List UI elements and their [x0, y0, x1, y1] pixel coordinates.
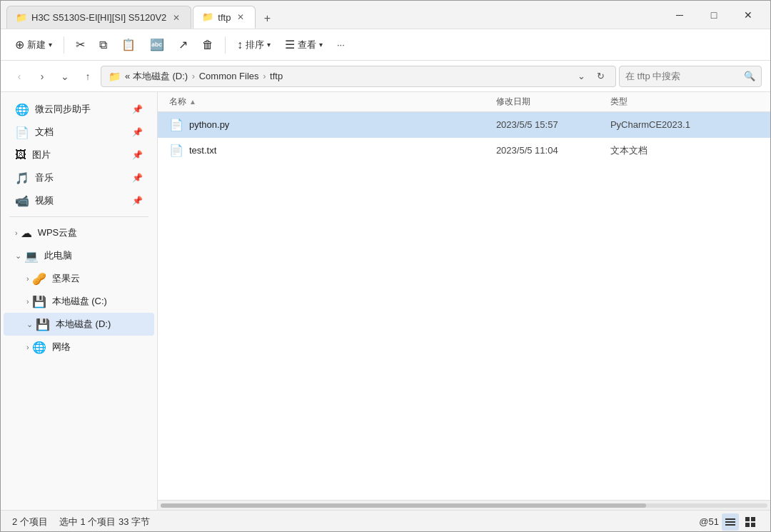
breadcrumb-text: « 本地磁盘 (D:) › Common Files › tftp: [125, 70, 570, 83]
minimize-button[interactable]: ─: [663, 4, 696, 26]
videos-icon: 📹: [15, 194, 29, 208]
cut-icon: ✂: [76, 38, 85, 51]
paste-icon: 📋: [121, 38, 136, 51]
tabs-area: 📁 H3C S5130S-EI[HI][SI] S5120V2 ✕ 📁 tftp…: [6, 1, 663, 29]
status-at: @51: [699, 516, 719, 527]
sidebar-item-jianguoyun[interactable]: › 🥜 坚果云: [4, 267, 154, 290]
file-row-test[interactable]: 📄 test.txt 2023/5/5 11:04 文本文档: [158, 138, 770, 164]
back-button[interactable]: ‹: [9, 66, 29, 86]
name-sort-arrow: ▲: [189, 98, 196, 106]
tab-h3c[interactable]: 📁 H3C S5130S-EI[HI][SI] S5120V2 ✕: [6, 6, 191, 29]
tab-tftp-icon: 📁: [202, 11, 213, 23]
scrollbar-track: [161, 503, 767, 508]
driveD-expand-icon: ⌄: [26, 320, 33, 329]
file-row-python[interactable]: 📄 python.py 2023/5/5 15:57 PyCharmCE2023…: [158, 112, 770, 138]
column-date[interactable]: 修改日期: [496, 96, 610, 108]
pictures-pin-icon: 📌: [132, 150, 143, 160]
new-button[interactable]: ⊕ 新建 ▾: [9, 35, 58, 54]
toolbar-sep-1: [64, 36, 64, 54]
svg-rect-2: [725, 524, 735, 526]
sidebar-item-network[interactable]: › 🌐 网络: [4, 336, 154, 358]
more-button[interactable]: ···: [331, 36, 351, 53]
view-button[interactable]: ☰ 查看 ▾: [279, 35, 328, 54]
item-count: 2 个项目: [12, 516, 48, 528]
test-file-date: 2023/5/5 11:04: [496, 145, 610, 156]
sidebar-item-wpscloud[interactable]: › ☁ WPS云盘: [4, 221, 154, 244]
search-input[interactable]: [625, 71, 740, 81]
sidebar-label-network: 网络: [52, 341, 143, 353]
file-name-python: 📄 python.py: [169, 118, 496, 131]
maximize-button[interactable]: □: [697, 4, 730, 26]
sidebar-item-documents[interactable]: 📄 文档 📌: [4, 121, 154, 144]
address-dropdown-button[interactable]: ⌄: [574, 69, 589, 84]
close-button[interactable]: ✕: [732, 4, 765, 26]
sort-button[interactable]: ↕ 排序 ▾: [231, 36, 276, 54]
rename-button[interactable]: 🔤: [144, 35, 170, 54]
pictures-icon: 🖼: [15, 149, 26, 161]
thispc-icon: 💻: [24, 249, 39, 263]
horizontal-scrollbar[interactable]: [158, 500, 770, 510]
list-view-button[interactable]: [722, 513, 739, 531]
sidebar-label-thispc: 此电脑: [44, 249, 143, 262]
python-file-type: PyCharmCE2023.1: [610, 119, 759, 130]
tab-h3c-icon: 📁: [16, 12, 27, 24]
up-button[interactable]: ↑: [78, 66, 98, 86]
tab-h3c-label: H3C S5130S-EI[HI][SI] S5120V2: [31, 12, 166, 23]
sidebar-label-documents: 文档: [35, 126, 126, 139]
test-file-type: 文本文档: [610, 144, 759, 157]
breadcrumb-part3: tftp: [270, 71, 283, 81]
weiyun-pin-icon: 📌: [132, 104, 143, 114]
window-controls: ─ □ ✕: [663, 4, 765, 26]
sidebar-item-weiyun[interactable]: 🌐 微云同步助手 📌: [4, 98, 154, 121]
more-label: ···: [337, 39, 345, 50]
file-list-area: 名称 ▲ 修改日期 类型 📄 python.py 2023/5/5 15:57 …: [158, 92, 770, 510]
view-chevron: ▾: [319, 41, 323, 49]
address-bar[interactable]: 📁 « 本地磁盘 (D:) › Common Files › tftp ⌄ ↻: [101, 66, 616, 87]
sidebar-item-driveC[interactable]: › 💾 本地磁盘 (C:): [4, 290, 154, 313]
view-label: 查看: [298, 39, 316, 51]
svg-rect-4: [751, 517, 755, 521]
svg-rect-0: [725, 518, 735, 520]
column-type[interactable]: 类型: [610, 96, 759, 108]
network-icon: 🌐: [32, 341, 46, 354]
network-expand-icon: ›: [26, 343, 29, 351]
test-file-icon: 📄: [169, 144, 183, 157]
search-box[interactable]: 🔍: [619, 66, 762, 87]
delete-button[interactable]: 🗑: [196, 36, 219, 54]
test-file-name: test.txt: [189, 145, 216, 156]
address-folder-icon: 📁: [109, 71, 121, 82]
sidebar-item-videos[interactable]: 📹 视频 📌: [4, 189, 154, 212]
sidebar-label-weiyun: 微云同步助手: [35, 103, 126, 116]
tab-tftp-close[interactable]: ✕: [235, 11, 246, 23]
documents-icon: 📄: [15, 126, 29, 139]
grid-view-button[interactable]: [742, 513, 759, 531]
sidebar-item-pictures[interactable]: 🖼 图片 📌: [4, 144, 154, 166]
tab-tftp[interactable]: 📁 tftp ✕: [193, 6, 256, 29]
svg-rect-6: [751, 523, 755, 527]
breadcrumb-part2: Common Files: [199, 71, 259, 81]
svg-rect-5: [745, 523, 750, 527]
jianguoyun-icon: 🥜: [32, 272, 46, 286]
sidebar-item-driveD[interactable]: ⌄ 💾 本地磁盘 (D:): [4, 313, 154, 336]
column-name[interactable]: 名称 ▲: [169, 96, 496, 108]
share-button[interactable]: ↗: [173, 35, 193, 54]
driveC-expand-icon: ›: [26, 297, 29, 306]
svg-rect-3: [745, 517, 750, 521]
sidebar-item-music[interactable]: 🎵 音乐 📌: [4, 166, 154, 189]
copy-button[interactable]: ⧉: [94, 36, 113, 54]
sidebar-label-pictures: 图片: [32, 149, 126, 161]
file-list-header: 名称 ▲ 修改日期 类型: [158, 92, 770, 112]
new-tab-button[interactable]: +: [257, 9, 277, 29]
rename-icon: 🔤: [150, 38, 164, 51]
paste-button[interactable]: 📋: [116, 35, 141, 54]
address-refresh-button[interactable]: ↻: [593, 69, 608, 84]
new-icon: ⊕: [15, 38, 24, 51]
expand-button[interactable]: ⌄: [55, 66, 75, 86]
sidebar-divider-1: [9, 216, 148, 217]
status-right: @51: [699, 513, 759, 531]
title-bar: 📁 H3C S5130S-EI[HI][SI] S5120V2 ✕ 📁 tftp…: [1, 1, 770, 29]
tab-h3c-close[interactable]: ✕: [171, 12, 182, 24]
sidebar-item-thispc[interactable]: ⌄ 💻 此电脑: [4, 244, 154, 267]
forward-button[interactable]: ›: [32, 66, 52, 86]
cut-button[interactable]: ✂: [70, 35, 91, 54]
